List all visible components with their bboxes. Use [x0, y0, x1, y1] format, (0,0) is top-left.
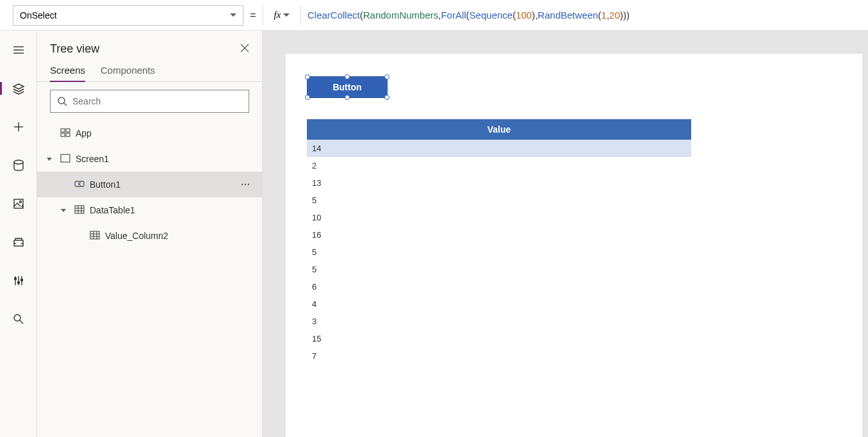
datatable-row[interactable]: 3 — [307, 313, 691, 330]
tree-view-title: Tree view — [50, 42, 99, 56]
tree-node-label: Screen1 — [76, 154, 109, 164]
column-icon — [90, 230, 100, 242]
svg-rect-28 — [61, 154, 70, 162]
formula-token: RandBetween — [537, 10, 598, 21]
screen-icon — [60, 153, 70, 165]
tree-search-box[interactable] — [50, 90, 249, 113]
svg-line-23 — [64, 103, 67, 106]
svg-rect-30 — [75, 206, 84, 213]
tree-node-label: DataTable1 — [90, 205, 135, 215]
tree-view-panel: Tree view ScreensComponents AppScreen1Bu… — [37, 31, 263, 437]
datatable-row[interactable]: 16 — [307, 226, 691, 243]
datatable-row[interactable]: 5 — [307, 261, 691, 278]
tree-node-value_column2[interactable]: Value_Column2 — [37, 223, 262, 249]
button-control[interactable]: Button — [307, 76, 388, 98]
canvas[interactable]: Button Value 142135101655643157 — [286, 54, 862, 437]
fx-button[interactable]: fx — [263, 5, 301, 26]
svg-point-8 — [19, 201, 21, 203]
advanced-button[interactable] — [4, 272, 33, 290]
chevron-down-icon — [283, 13, 290, 17]
insert-button[interactable] — [4, 118, 33, 136]
datatable-row[interactable]: 10 — [307, 209, 691, 226]
chevron-down-icon — [230, 13, 236, 17]
hamburger-button[interactable] — [4, 41, 33, 59]
datatable-row[interactable]: 5 — [307, 192, 691, 209]
table-icon — [74, 204, 85, 217]
svg-point-15 — [14, 278, 16, 280]
equals-sign: = — [243, 10, 263, 21]
insert-icon — [12, 120, 25, 133]
datatable-header[interactable]: Value — [307, 119, 691, 140]
expander-icon[interactable] — [44, 153, 55, 165]
variables-button[interactable] — [4, 233, 33, 251]
datatable-row[interactable]: 15 — [307, 330, 691, 347]
svg-rect-27 — [66, 133, 70, 136]
selection-handle[interactable] — [384, 95, 389, 100]
hamburger-icon — [12, 44, 25, 56]
formula-token: ) — [626, 10, 630, 21]
variables-icon — [12, 236, 25, 249]
svg-rect-24 — [61, 129, 65, 132]
tab-screens[interactable]: Screens — [50, 65, 85, 82]
svg-point-16 — [17, 282, 19, 284]
tab-components[interactable]: Components — [101, 65, 155, 81]
media-icon — [12, 197, 25, 210]
tree-view-button[interactable] — [4, 79, 33, 97]
formula-token: 1 — [602, 10, 607, 21]
datatable-row[interactable]: 14 — [307, 140, 691, 157]
svg-point-6 — [14, 160, 23, 164]
formula-token: RandomNumbers — [363, 10, 439, 21]
property-selector-value: OnSelect — [20, 10, 57, 21]
tree-node-label: App — [76, 128, 92, 138]
svg-rect-7 — [14, 199, 23, 208]
svg-marker-3 — [13, 84, 24, 89]
svg-rect-29 — [75, 181, 84, 186]
formula-token: ForAll — [441, 10, 466, 21]
tree-tabs: ScreensComponents — [37, 61, 262, 82]
tree-node-app[interactable]: App — [37, 120, 262, 146]
selection-handle[interactable] — [345, 74, 350, 79]
formula-token: 100 — [516, 10, 532, 21]
svg-point-18 — [14, 315, 20, 321]
property-selector[interactable]: OnSelect — [13, 5, 243, 26]
left-rail — [0, 31, 37, 437]
datatable-row[interactable]: 6 — [307, 278, 691, 295]
svg-rect-26 — [61, 133, 65, 136]
data-button[interactable] — [4, 156, 33, 174]
expander-icon[interactable] — [58, 204, 69, 216]
svg-rect-25 — [66, 129, 70, 132]
canvas-area: Button Value 142135101655643157 — [263, 31, 868, 437]
datatable-row[interactable]: 2 — [307, 157, 691, 174]
more-icon[interactable]: ··· — [241, 179, 250, 190]
formula-token: Sequence — [470, 10, 513, 21]
tree-node-screen1[interactable]: Screen1 — [37, 146, 262, 172]
selection-handle[interactable] — [305, 74, 310, 79]
formula-input[interactable]: ClearCollect( RandomNumbers, ForAll( Seq… — [301, 5, 868, 26]
datatable-control[interactable]: Value 142135101655643157 — [307, 119, 691, 365]
tree-view-icon — [12, 82, 25, 95]
datatable-row[interactable]: 7 — [307, 347, 691, 365]
tree-list: AppScreen1Button1···DataTable1Value_Colu… — [37, 120, 262, 437]
datatable-row[interactable]: 13 — [307, 174, 691, 192]
formula-token: 20 — [609, 10, 620, 21]
svg-line-19 — [20, 320, 23, 324]
selection-handle[interactable] — [384, 74, 389, 79]
selection-handle[interactable] — [305, 95, 310, 100]
close-icon[interactable] — [240, 44, 249, 55]
tree-node-datatable1[interactable]: DataTable1 — [37, 197, 262, 223]
datatable-row[interactable]: 5 — [307, 243, 691, 261]
svg-point-22 — [58, 97, 65, 104]
selection-handle[interactable] — [345, 95, 350, 100]
tree-node-label: Button1 — [90, 179, 120, 190]
datatable-row[interactable]: 4 — [307, 295, 691, 313]
tree-node-button1[interactable]: Button1··· — [37, 172, 262, 197]
tree-search-input[interactable] — [72, 96, 242, 106]
search-icon — [57, 96, 67, 106]
svg-point-17 — [20, 279, 22, 281]
formula-bar: OnSelect = fx ClearCollect( RandomNumber… — [0, 0, 868, 31]
app-icon — [60, 128, 70, 140]
button-control-label: Button — [332, 82, 361, 92]
svg-rect-35 — [90, 231, 99, 239]
search-nav-button[interactable] — [4, 310, 33, 328]
media-button[interactable] — [4, 195, 33, 213]
